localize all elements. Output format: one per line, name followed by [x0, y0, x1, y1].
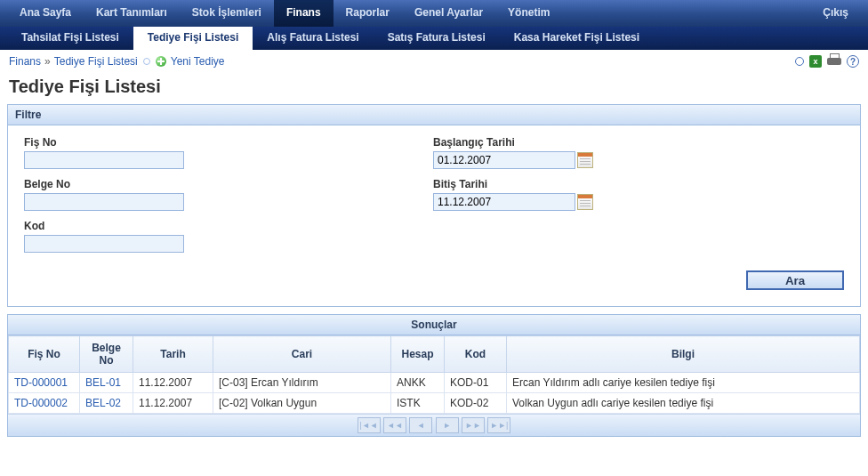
main-nav-item[interactable]: Kart Tanımları [84, 0, 180, 27]
search-button[interactable]: Ara [746, 270, 844, 290]
kod-label: Kod [24, 220, 184, 232]
main-nav-item[interactable]: Raporlar [334, 0, 402, 27]
col-fisno[interactable]: Fiş No [9, 336, 80, 373]
breadcrumb: Finans » Tediye Fişi Listesi Yeni Tediye [9, 55, 795, 68]
fisno-label: Fiş No [24, 136, 184, 149]
cell-belgeno[interactable]: BEL-02 [80, 393, 133, 414]
pager-last[interactable]: ►►| [487, 417, 510, 433]
cell-kod: KOD-02 [445, 393, 507, 414]
table-row: TD-000001BEL-0111.12.2007[C-03] Ercan Yı… [9, 373, 860, 393]
sub-nav-item[interactable]: Kasa Hareket Fişi Listesi [500, 27, 654, 50]
fisno-input[interactable] [24, 151, 184, 169]
main-nav-item[interactable]: Genel Ayarlar [402, 0, 495, 27]
help-icon[interactable]: ? [847, 55, 859, 68]
page-title: Tediye Fişi Listesi [0, 73, 868, 104]
cell-tarih: 11.12.2007 [133, 393, 213, 414]
cell-tarih: 11.12.2007 [133, 373, 213, 393]
sub-nav-item[interactable]: Satış Fatura Listesi [374, 27, 500, 50]
col-kod[interactable]: Kod [445, 336, 507, 373]
breadcrumb-circle-icon [143, 58, 150, 65]
cell-kod: KOD-01 [445, 373, 507, 393]
cell-hesap: ANKK [391, 373, 445, 393]
col-belgeno[interactable]: Belge No [80, 336, 133, 373]
breadcrumb-root[interactable]: Finans [9, 55, 41, 68]
cell-belgeno[interactable]: BEL-01 [80, 373, 133, 393]
cell-fisno[interactable]: TD-000002 [9, 393, 80, 414]
cell-bilgi: Volkan Uygun adlı cariye kesilen tediye … [507, 393, 860, 414]
results-table: Fiş No Belge No Tarih Cari Hesap Kod Bil… [8, 335, 860, 414]
belgeno-input[interactable] [24, 193, 184, 211]
breadcrumb-row: Finans » Tediye Fişi Listesi Yeni Tediye… [0, 50, 868, 73]
belgeno-label: Belge No [24, 178, 184, 190]
start-date-label: Başlangıç Tarihi [433, 136, 593, 149]
main-nav: Ana SayfaKart TanımlarıStok İşlemleriFin… [0, 0, 868, 27]
pager-next-page[interactable]: ►► [462, 417, 485, 433]
pager: |◄◄ ◄◄ ◄ ► ►► ►►| [8, 414, 860, 436]
print-icon[interactable] [827, 56, 841, 67]
calendar-icon[interactable] [577, 194, 593, 210]
cell-cari: [C-02] Volkan Uygun [213, 393, 391, 414]
main-nav-item[interactable]: Yönetim [495, 0, 562, 27]
results-title: Sonuçlar [8, 315, 860, 335]
add-icon [156, 56, 166, 67]
pager-prev-page[interactable]: ◄◄ [383, 417, 406, 433]
filter-panel: Filtre Fiş No Belge No Kod Başlangı [7, 104, 861, 307]
toolbar: x ? [795, 55, 859, 68]
refresh-icon[interactable] [795, 57, 804, 66]
kod-input[interactable] [24, 235, 184, 253]
cell-bilgi: Ercan Yıldırım adlı cariye kesilen tediy… [507, 373, 860, 393]
col-hesap[interactable]: Hesap [391, 336, 445, 373]
end-date-input[interactable] [433, 193, 575, 211]
sub-nav-item[interactable]: Alış Fatura Listesi [253, 27, 373, 50]
excel-export-icon[interactable]: x [809, 55, 822, 68]
nav-exit[interactable]: Çıkış [810, 0, 861, 27]
table-row: TD-000002BEL-0211.12.2007[C-02] Volkan U… [9, 393, 860, 414]
results-panel: Sonuçlar Fiş No Belge No Tarih Cari Hesa… [7, 314, 861, 437]
main-nav-item[interactable]: Stok İşlemleri [180, 0, 274, 27]
pager-first[interactable]: |◄◄ [358, 417, 381, 433]
pager-prev[interactable]: ◄ [409, 417, 432, 433]
cell-fisno[interactable]: TD-000001 [9, 373, 80, 393]
col-cari[interactable]: Cari [213, 336, 391, 373]
col-bilgi[interactable]: Bilgi [507, 336, 860, 373]
breadcrumb-page[interactable]: Tediye Fişi Listesi [54, 55, 138, 68]
breadcrumb-new-link[interactable]: Yeni Tediye [171, 55, 225, 68]
pager-next[interactable]: ► [436, 417, 459, 433]
sub-nav: Tahsilat Fişi ListesiTediye Fişi Listesi… [0, 27, 868, 50]
cell-hesap: ISTK [391, 393, 445, 414]
sub-nav-item[interactable]: Tahsilat Fişi Listesi [7, 27, 133, 50]
sub-nav-item[interactable]: Tediye Fişi Listesi [133, 27, 253, 50]
calendar-icon[interactable] [577, 152, 593, 168]
filter-panel-header: Filtre [8, 105, 860, 125]
col-tarih[interactable]: Tarih [133, 336, 213, 373]
breadcrumb-sep: » [44, 55, 51, 68]
cell-cari: [C-03] Ercan Yıldırım [213, 373, 391, 393]
main-nav-item[interactable]: Finans [274, 0, 334, 27]
end-date-label: Bitiş Tarihi [433, 178, 593, 190]
main-nav-item[interactable]: Ana Sayfa [7, 0, 84, 27]
start-date-input[interactable] [433, 151, 575, 169]
